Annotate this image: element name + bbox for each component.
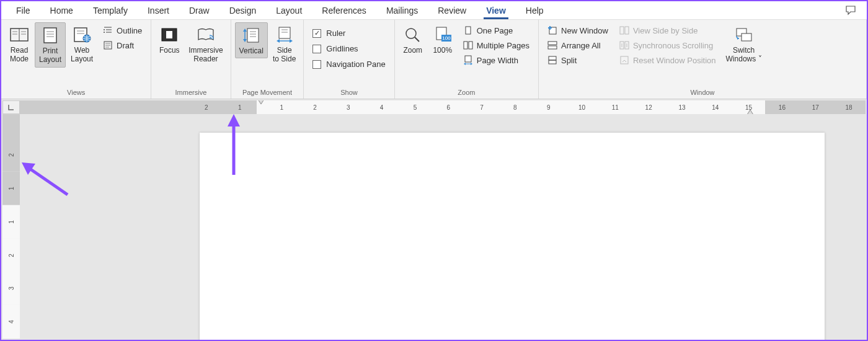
document-page[interactable] (200, 133, 825, 341)
read-mode-button[interactable]: Read Mode (5, 22, 33, 66)
menu-file[interactable]: File (6, 3, 40, 18)
svg-rect-25 (247, 29, 259, 42)
ruler-label: Ruler (326, 29, 345, 38)
split-icon (547, 55, 557, 65)
outline-button[interactable]: Outline (99, 24, 146, 37)
menu-view[interactable]: View (476, 3, 516, 18)
print-layout-icon (40, 25, 60, 45)
one-page-button[interactable]: One Page (459, 24, 533, 37)
svg-rect-43 (466, 27, 471, 34)
print-layout-label: Print Layout (39, 46, 61, 64)
immersive-reader-icon (196, 25, 216, 45)
ribbon: Read Mode Print Layout Web Layout (1, 20, 867, 99)
vertical-ruler[interactable]: 2 1 1 2 3 4 (2, 114, 20, 339)
svg-marker-67 (258, 100, 264, 104)
new-window-button[interactable]: New Window (544, 24, 612, 37)
group-zoom: Zoom 100 100% One Page (395, 20, 539, 99)
group-views-label: Views (5, 87, 147, 97)
web-layout-icon (72, 25, 92, 45)
focus-button[interactable]: Focus (155, 22, 184, 57)
svg-marker-30 (243, 29, 247, 32)
svg-marker-31 (243, 39, 247, 42)
multiple-pages-button[interactable]: Multiple Pages (459, 38, 533, 52)
svg-marker-48 (464, 63, 466, 65)
navigation-pane-checkbox[interactable]: Navigation Pane (309, 57, 389, 71)
focus-icon (159, 25, 179, 45)
zoom-100-label: 100% (433, 46, 452, 55)
split-button[interactable]: Split (544, 53, 612, 67)
page-width-label: Page Width (477, 56, 518, 65)
zoom-100-button[interactable]: 100 100% (428, 22, 457, 57)
side-by-side-label: View Side by Side (633, 26, 698, 35)
new-window-icon (547, 25, 557, 35)
menu-mailings[interactable]: Mailings (376, 3, 428, 18)
menu-review[interactable]: Review (428, 3, 476, 18)
web-layout-label: Web Layout (71, 46, 93, 64)
switch-windows-button[interactable]: Switch Windows ˅ (722, 22, 766, 66)
group-views: Read Mode Print Layout Web Layout (1, 20, 151, 99)
new-window-label: New Window (561, 26, 608, 35)
immersive-reader-button[interactable]: Immersive Reader (185, 22, 226, 66)
menu-design[interactable]: Design (219, 3, 267, 18)
ruler-checkbox[interactable]: ✓ Ruler (309, 26, 389, 40)
svg-marker-49 (471, 63, 472, 65)
gridlines-label: Gridlines (326, 44, 358, 53)
arrange-all-icon (547, 40, 557, 50)
svg-marker-66 (737, 37, 739, 40)
svg-point-17 (104, 29, 105, 30)
draft-button[interactable]: Draft (99, 38, 146, 52)
svg-marker-36 (277, 39, 280, 43)
arrange-all-button[interactable]: Arrange All (544, 38, 612, 52)
svg-marker-37 (290, 39, 293, 43)
side-to-side-icon (275, 25, 294, 45)
menu-home[interactable]: Home (40, 3, 83, 18)
svg-point-38 (406, 29, 416, 38)
menu-help[interactable]: Help (516, 3, 554, 18)
vertical-label: Vertical (239, 46, 264, 55)
menu-templafy[interactable]: Templafy (83, 3, 138, 18)
group-page-movement: Vertical Side to Side Page Movement (231, 20, 304, 99)
svg-rect-24 (166, 31, 172, 38)
split-label: Split (561, 56, 577, 65)
sync-scroll-label: Synchronous Scrolling (633, 41, 713, 50)
group-show-label: Show (308, 87, 390, 97)
svg-rect-58 (625, 27, 629, 34)
menu-draw[interactable]: Draw (179, 3, 219, 18)
menu-layout[interactable]: Layout (266, 3, 312, 18)
comments-icon[interactable] (841, 3, 862, 18)
one-page-icon (463, 25, 473, 35)
checkbox-empty-icon (312, 45, 321, 53)
ruler-corner[interactable] (2, 100, 20, 114)
sync-scroll-icon (619, 40, 629, 50)
svg-text:100: 100 (442, 35, 451, 41)
chevron-down-icon: ˅ (758, 55, 762, 63)
svg-rect-44 (464, 42, 467, 49)
checkbox-checked-icon: ✓ (312, 29, 321, 38)
menu-references[interactable]: References (312, 3, 376, 18)
reset-position-icon (619, 55, 629, 65)
web-layout-button[interactable]: Web Layout (67, 22, 97, 66)
group-page-movement-label: Page Movement (235, 87, 300, 97)
outline-icon (103, 25, 113, 35)
horizontal-ruler[interactable]: 2 1 1 2 3 4 5 6 7 8 9 10 11 12 13 14 15 … (20, 100, 866, 114)
svg-rect-53 (548, 42, 557, 45)
read-mode-icon (9, 25, 29, 45)
print-layout-button[interactable]: Print Layout (35, 22, 66, 68)
svg-rect-45 (469, 42, 472, 49)
document-area (20, 114, 866, 339)
view-side-by-side-button: View Side by Side (616, 24, 720, 37)
svg-line-39 (415, 37, 419, 42)
multiple-pages-icon (463, 40, 473, 50)
zoom-button[interactable]: Zoom (399, 22, 427, 57)
vertical-button[interactable]: Vertical (235, 22, 268, 58)
synchronous-scrolling-button: Synchronous Scrolling (616, 38, 720, 52)
draft-label: Draft (117, 41, 134, 50)
gridlines-checkbox[interactable]: Gridlines (309, 42, 389, 56)
side-to-side-button[interactable]: Side to Side (269, 22, 299, 66)
group-zoom-label: Zoom (399, 87, 534, 97)
reset-window-position-button: Reset Window Position (616, 53, 720, 67)
group-window-label: Window (542, 87, 862, 97)
menu-insert[interactable]: Insert (138, 3, 179, 18)
page-width-button[interactable]: Page Width (459, 53, 533, 67)
multiple-pages-label: Multiple Pages (477, 41, 529, 50)
